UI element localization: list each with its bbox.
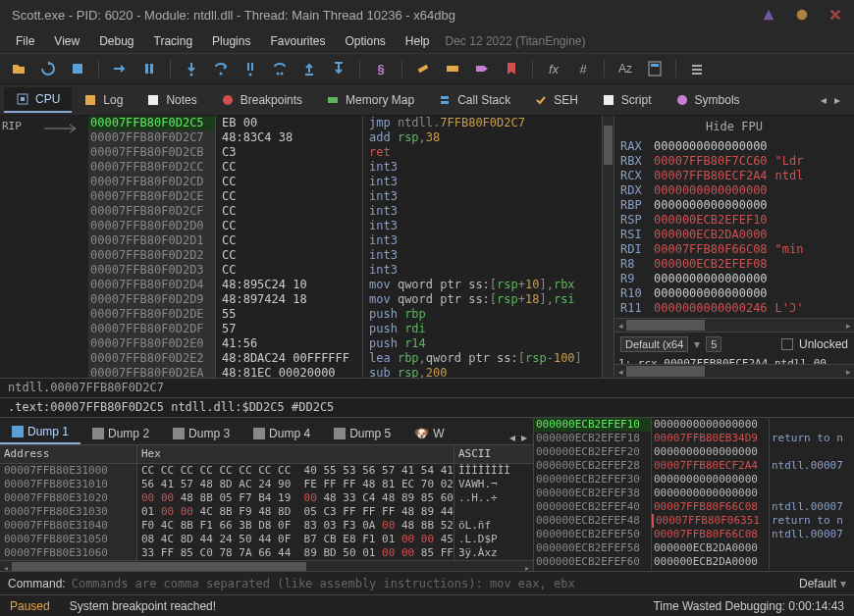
run-icon[interactable]: [109, 58, 131, 79]
dump-tab-1[interactable]: Dump 1: [0, 421, 80, 444]
command-mode[interactable]: Default: [799, 577, 836, 590]
disasm-row[interactable]: 00007FFB80F0D2D0CCint3: [88, 219, 614, 233]
disasm-row[interactable]: 00007FFB80F0D2CDCCint3: [88, 175, 614, 189]
arguments-panel[interactable]: 1: rcx 00007FFB80ECF2A4 ntdll.002: rdx 0…: [614, 355, 854, 364]
minimize-icon[interactable]: [762, 8, 775, 22]
dump-tab-3[interactable]: Dump 3: [161, 423, 241, 444]
unlocked-checkbox[interactable]: [781, 338, 793, 350]
dump-row[interactable]: 00007FFB80E31040F0 4C 8B F1 66 3B D8 0F …: [0, 519, 533, 533]
dump-scroll-left-icon[interactable]: ◂: [509, 431, 521, 444]
dump-rows[interactable]: 00007FFB80E31000CC CC CC CC CC CC CC CC …: [0, 464, 533, 560]
register-row[interactable]: RDI00007FFB80F66C08"min: [620, 242, 848, 257]
menu-debug[interactable]: Debug: [91, 32, 141, 50]
dump-hscroll[interactable]: ◂▸: [0, 560, 533, 571]
disasm-row[interactable]: 00007FFB80F0D2D948:897424 18mov qword pt…: [88, 292, 614, 307]
tab-scroll-left-icon[interactable]: ◂: [821, 93, 832, 107]
dump-col-hex[interactable]: Hex: [137, 445, 454, 463]
chevron-down-icon[interactable]: ▾: [840, 577, 846, 590]
functions-icon[interactable]: fx: [543, 58, 564, 79]
dump-row[interactable]: 00007FFB80E31000CC CC CC CC CC CC CC CC …: [0, 464, 533, 478]
stop-icon[interactable]: [67, 58, 88, 79]
register-row[interactable]: RDX0000000000000000: [620, 183, 848, 198]
restart-icon[interactable]: [37, 58, 59, 79]
tab-scroll-right-icon[interactable]: ▸: [834, 93, 846, 107]
register-row[interactable]: RCX00007FFB80ECF2A4ntdl: [620, 169, 848, 183]
disassembly-panel[interactable]: RIP 00007FFB80F0D2C5EB 00jmp ntdll.7FFB8…: [0, 116, 614, 378]
dump-tab-2[interactable]: Dump 2: [80, 423, 161, 444]
dump-tab-4[interactable]: Dump 4: [241, 423, 322, 444]
menu-help[interactable]: Help: [398, 32, 438, 50]
tab-seh[interactable]: SEH: [522, 88, 590, 112]
pause-icon[interactable]: [138, 58, 160, 79]
menu-tracing[interactable]: Tracing: [146, 32, 201, 50]
hide-fpu-button[interactable]: Hide FPU: [614, 116, 854, 137]
stack-panel[interactable]: 000000ECB2EFEF100000000000000000000000EC…: [533, 418, 854, 571]
comments-icon[interactable]: [442, 58, 463, 79]
menu-plugins[interactable]: Plugins: [204, 32, 258, 50]
run-to-user-icon[interactable]: [328, 58, 349, 79]
disasm-row[interactable]: 00007FFB80F0D2DE55push rbp: [88, 307, 614, 322]
dump-col-address[interactable]: Address: [0, 445, 137, 463]
menu-favourites[interactable]: Favourites: [262, 32, 333, 50]
tab-symbols[interactable]: Symbols: [664, 88, 752, 112]
register-row[interactable]: RSI000000ECB2DA0000: [620, 228, 848, 242]
dump-row[interactable]: 00007FFB80E3105008 4C 8D 44 24 50 44 0F …: [0, 533, 533, 546]
stack-row[interactable]: 000000ECB2EFEF5000007FFB80F66C08ntdll.00…: [534, 528, 854, 541]
register-row[interactable]: RSP000000ECB2EFEF10: [620, 213, 848, 228]
register-row[interactable]: RBX00007FFB80F7CC60"Ldr: [620, 154, 848, 169]
disasm-row[interactable]: 00007FFB80F0D2C748:83C4 38add rsp,38: [88, 130, 614, 145]
stack-row[interactable]: 000000ECB2EFEF2800007FFB80ECF2A4ntdll.00…: [534, 459, 854, 473]
disasm-row[interactable]: 00007FFB80F0D2CECCint3: [88, 189, 614, 204]
dump-tab-5[interactable]: Dump 5: [322, 423, 402, 444]
tab-breakpoints[interactable]: Breakpoints: [209, 88, 314, 112]
trace-into-icon[interactable]: [240, 58, 261, 79]
bookmarks-icon[interactable]: [501, 58, 522, 79]
variables-icon[interactable]: #: [572, 58, 594, 79]
disasm-row[interactable]: 00007FFB80F0D2C5EB 00jmp ntdll.7FFB80F0D…: [88, 116, 614, 130]
command-input[interactable]: [72, 577, 791, 590]
disasm-row[interactable]: 00007FFB80F0D2D448:895C24 10mov qword pt…: [88, 278, 614, 292]
run-to-return-icon[interactable]: [298, 58, 320, 79]
register-row[interactable]: RAX0000000000000000: [620, 139, 848, 154]
arg-count-select[interactable]: 5: [706, 336, 721, 352]
stack-row[interactable]: 000000ECB2EFEF100000000000000000: [534, 418, 854, 432]
disasm-row[interactable]: 00007FFB80F0D2D2CCint3: [88, 248, 614, 263]
disasm-row[interactable]: 00007FFB80F0D2E041:56push r14: [88, 336, 614, 351]
menu-view[interactable]: View: [46, 32, 87, 50]
stack-row[interactable]: 000000ECB2EFEF4800007FFB80F06351return t…: [534, 514, 854, 528]
scylla-icon[interactable]: §: [370, 58, 392, 79]
stack-row[interactable]: 000000ECB2EFEF4000007FFB80F66C08ntdll.00…: [534, 500, 854, 514]
settings-icon[interactable]: [686, 58, 708, 79]
step-over-icon[interactable]: [210, 58, 232, 79]
stack-row[interactable]: 000000ECB2EFEF200000000000000000: [534, 445, 854, 459]
tab-call-stack[interactable]: Call Stack: [426, 88, 522, 112]
dump-row[interactable]: 00007FFB80E3102000 00 48 8B 05 F7 B4 19 …: [0, 491, 533, 505]
strings-icon[interactable]: Az: [614, 58, 636, 79]
register-row[interactable]: R8000000ECB2EFEF08: [620, 257, 848, 272]
dump-row[interactable]: 00007FFB80E3101056 41 57 48 8D AC 24 90 …: [0, 478, 533, 491]
dump-col-ascii[interactable]: ASCII: [454, 445, 533, 463]
disasm-row[interactable]: 00007FFB80F0D2D3CCint3: [88, 263, 614, 278]
dump-scroll-right-icon[interactable]: ▸: [521, 431, 533, 444]
register-row[interactable]: R110000000000000246L'Ɔ': [620, 301, 848, 316]
tab-notes[interactable]: Notes: [134, 88, 208, 112]
registers-panel[interactable]: RAX0000000000000000RBX00007FFB80F7CC60"L…: [614, 137, 854, 318]
dump-row[interactable]: 00007FFB80E3103001 00 00 4C 8B F9 48 8D …: [0, 505, 533, 519]
tab-memory-map[interactable]: Memory Map: [314, 88, 426, 112]
tab-cpu[interactable]: CPU: [4, 87, 72, 113]
tab-log[interactable]: Log: [72, 88, 134, 112]
trace-over-icon[interactable]: [269, 58, 291, 79]
dump-row[interactable]: 00007FFB80E3106033 FF 85 C0 78 7A 66 44 …: [0, 546, 533, 560]
menu-options[interactable]: Options: [337, 32, 393, 50]
calling-convention-select[interactable]: Default (x64: [620, 336, 688, 352]
stack-row[interactable]: 000000ECB2EFEF380000000000000000: [534, 487, 854, 500]
argument-row[interactable]: 1: rcx 00007FFB80ECF2A4 ntdll.00: [618, 357, 850, 364]
register-row[interactable]: R100000000000000000: [620, 286, 848, 301]
register-row[interactable]: RBP0000000000000000: [620, 198, 848, 213]
stack-row[interactable]: 000000ECB2EFEF60000000ECB2DA0000: [534, 555, 854, 569]
disasm-row[interactable]: 00007FFB80F0D2CBC3ret: [88, 145, 614, 160]
tab-script[interactable]: Script: [590, 88, 664, 112]
regs-hscroll[interactable]: ◂▸: [614, 318, 854, 332]
menu-file[interactable]: File: [8, 32, 42, 50]
open-icon[interactable]: [8, 58, 29, 79]
